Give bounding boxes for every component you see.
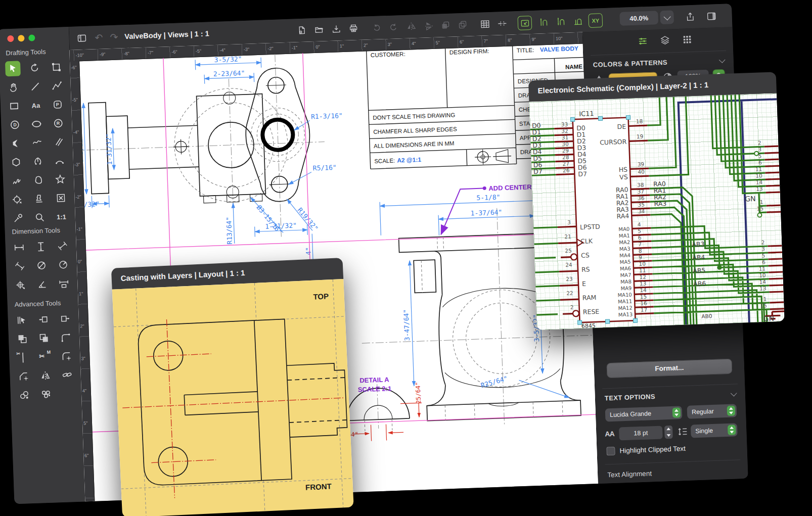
dimension-frame-icon[interactable] [517, 16, 532, 30]
adv-fillet[interactable] [59, 348, 74, 364]
xy-coordinates-icon[interactable]: XY [588, 13, 603, 28]
table-grid-icon[interactable] [478, 17, 491, 31]
highlight-clipped-checkbox[interactable] [606, 447, 615, 456]
sidebar-toggle-icon[interactable] [75, 31, 88, 45]
text-alignment-header[interactable]: Text Alignment [607, 470, 652, 479]
adv-group-circles[interactable] [38, 386, 54, 402]
font-stepper-icon[interactable] [672, 407, 681, 418]
tool-blob[interactable] [31, 172, 47, 188]
tool-arc[interactable] [52, 153, 67, 168]
text-options-chevron-icon[interactable] [731, 390, 737, 397]
tool-line[interactable] [27, 79, 43, 95]
tool-eyedropper[interactable] [11, 210, 26, 226]
tool-transform[interactable] [49, 59, 64, 75]
dim-radius[interactable] [55, 257, 71, 272]
minimize-button[interactable] [18, 35, 24, 41]
detail-a[interactable]: DETAIL A SCALE 2:1 25/64" 64" [345, 374, 423, 442]
schematic-canvas[interactable]: IC11 6845 D0D1D2D3D4D5D6D7 3332313029282… [529, 93, 784, 330]
tool-point-marker[interactable] [10, 192, 25, 207]
adv-extend-right[interactable] [57, 311, 73, 326]
dim-diagonal[interactable] [55, 238, 70, 254]
tool-rotate[interactable] [27, 60, 42, 76]
adv-chamfer[interactable] [16, 368, 32, 384]
adv-mirror[interactable] [37, 368, 53, 384]
maximize-button[interactable] [28, 34, 35, 41]
text-options-header[interactable]: TEXT OPTIONS [605, 393, 656, 402]
colors-patterns-header[interactable]: COLORS & PATTERNS [593, 59, 668, 69]
schematic-drawing[interactable]: IC11 6845 D0D1D2D3D4D5D6D7 3332313029282… [529, 93, 784, 330]
adv-join[interactable] [58, 330, 73, 345]
adv-split-multi[interactable]: ✂M [37, 349, 53, 365]
rotate-left-icon[interactable] [370, 21, 384, 34]
zoom-level[interactable]: 40.0% [619, 11, 658, 26]
casting-drawing[interactable]: TOP FRONT [112, 279, 354, 516]
dim-diameter[interactable] [34, 258, 50, 273]
adv-nudge[interactable] [14, 312, 30, 328]
adv-union[interactable] [15, 331, 30, 347]
traffic-lights[interactable] [7, 34, 35, 42]
print-icon[interactable] [347, 22, 360, 35]
tab-properties-sliders-icon[interactable] [636, 34, 650, 49]
redo-button[interactable]: ↷ [107, 30, 121, 43]
font-weight-select[interactable]: Regular [687, 404, 737, 418]
tool-bezier-pen[interactable] [30, 154, 46, 169]
right-wires[interactable] [646, 93, 771, 326]
tool-no-fill[interactable] [53, 190, 69, 206]
tab-layers-icon[interactable] [658, 33, 672, 48]
tool-select[interactable] [5, 61, 21, 76]
format-button[interactable]: Format... [606, 359, 732, 379]
tool-parallel-lines[interactable] [51, 134, 67, 150]
dimension-arc-icon[interactable] [571, 14, 584, 27]
tool-star[interactable] [52, 171, 68, 187]
dim-horizontal[interactable] [12, 240, 27, 255]
tab-library-icon[interactable] [680, 32, 695, 47]
font-size-field[interactable]: 18 pt [619, 426, 663, 441]
ungroup-icon[interactable] [456, 18, 470, 31]
flip-horizontal-icon[interactable] [404, 20, 418, 33]
tool-circle-radius[interactable]: R [50, 115, 66, 131]
panel-toggle-icon[interactable] [704, 9, 718, 23]
dimension-single-icon[interactable] [536, 15, 550, 29]
tool-ellipse[interactable] [29, 116, 44, 132]
adv-extend-left[interactable] [35, 312, 51, 327]
tool-rectangle[interactable] [7, 98, 22, 114]
dim-center-mark[interactable] [13, 277, 28, 293]
dim-with-label[interactable] [56, 275, 71, 291]
rotate-right-icon[interactable] [387, 20, 401, 34]
tool-actual-size[interactable]: 1:1 [54, 209, 69, 224]
colors-collapse-chevron-icon[interactable] [719, 57, 726, 63]
tool-stamp[interactable] [31, 191, 47, 207]
share-icon[interactable] [683, 10, 697, 24]
dim-angle[interactable] [34, 276, 50, 292]
group-icon[interactable] [439, 19, 453, 32]
close-button[interactable] [7, 35, 14, 42]
dim-diagonal-alt[interactable] [12, 258, 28, 274]
dimension-style-icon[interactable] [495, 17, 509, 30]
casting-window[interactable]: Casting with Layers | Layout | 1 : 1 [111, 258, 354, 516]
casting-part[interactable] [138, 316, 349, 486]
dimension-double-icon[interactable] [554, 15, 567, 28]
tool-zoom[interactable] [32, 210, 48, 225]
dim-vertical[interactable] [33, 239, 49, 255]
open-folder-icon[interactable] [312, 23, 326, 36]
adv-split[interactable]: ✂ [15, 350, 31, 365]
tool-polygon[interactable] [9, 154, 24, 170]
adv-subtract[interactable] [36, 331, 52, 346]
tool-freehand[interactable] [9, 173, 25, 189]
tool-pan[interactable] [6, 79, 22, 95]
tool-curve[interactable] [29, 135, 45, 151]
tool-text[interactable]: Aa [28, 98, 43, 113]
undo-button[interactable]: ↶ [92, 30, 106, 44]
font-family-select[interactable]: Lucida Grande [605, 406, 683, 421]
font-size-stepper[interactable] [664, 426, 673, 439]
adv-chain[interactable] [17, 387, 32, 403]
weight-stepper-icon[interactable] [727, 405, 736, 416]
tool-parametric-shape[interactable]: P [50, 97, 65, 112]
tool-circle-diameter[interactable]: D [7, 117, 23, 132]
tool-wedge[interactable] [8, 135, 23, 151]
spacing-stepper-icon[interactable] [728, 425, 736, 435]
import-icon[interactable] [330, 22, 343, 36]
new-document-icon[interactable] [295, 23, 309, 37]
zoom-dropdown-button[interactable] [660, 10, 674, 24]
line-spacing-select[interactable]: Single [691, 423, 738, 438]
